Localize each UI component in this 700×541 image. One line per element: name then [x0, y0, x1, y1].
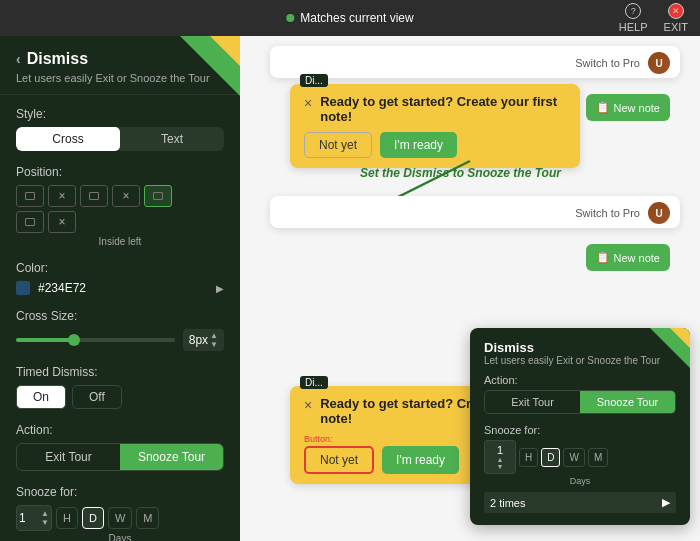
- position-grid: [16, 185, 224, 233]
- help-button[interactable]: ? HELP: [619, 3, 648, 33]
- mini-snooze-input[interactable]: 1 ▲▼: [484, 440, 516, 474]
- exit-icon: ✕: [668, 3, 684, 19]
- timed-off-btn[interactable]: Off: [72, 385, 122, 409]
- cross-size-section: Cross Size: 8px ▲▼: [16, 309, 224, 351]
- mini-snooze-btn[interactable]: Snooze Tour: [580, 391, 675, 413]
- mini-action-pair: Exit Tour Snooze Tour: [484, 390, 676, 414]
- tooltip-close-icon-2[interactable]: ×: [304, 397, 312, 413]
- size-input[interactable]: 8px ▲▼: [183, 329, 224, 351]
- pos-top-right[interactable]: [80, 185, 108, 207]
- exit-button[interactable]: ✕ EXIT: [664, 3, 688, 33]
- timed-toggle: On Off: [16, 385, 224, 409]
- style-section: Style: Cross Text: [16, 107, 224, 151]
- mini-unit-h[interactable]: H: [519, 448, 538, 467]
- preview-card-top: Switch to Pro U Di... × Ready to get sta…: [270, 46, 680, 78]
- pos-top-center[interactable]: [48, 185, 76, 207]
- switch-pro-text-top: Switch to Pro: [575, 57, 640, 69]
- mini-unit-w[interactable]: W: [563, 448, 584, 467]
- snooze-number-input[interactable]: 1 ▲▼: [16, 505, 52, 531]
- tooltip-tag-bottom: Di...: [300, 376, 328, 389]
- preview-card-bottom: Switch to Pro U Di... × Ready to get sta…: [270, 196, 680, 228]
- slider-track[interactable]: [16, 338, 175, 342]
- tooltip-bubble-top: Di... × Ready to get started? Create you…: [290, 84, 580, 168]
- tooltip-close-icon[interactable]: ×: [304, 95, 312, 111]
- size-value: 8px: [189, 333, 208, 347]
- sidebar-panel: ‹ Dismiss Let users easily Exit or Snooz…: [0, 36, 240, 541]
- color-value: #234E72: [38, 281, 86, 295]
- main-content: Switch to Pro U Di... × Ready to get sta…: [240, 36, 700, 541]
- pos-inside-right[interactable]: [16, 211, 44, 233]
- action-label: Action:: [16, 423, 224, 437]
- style-toggle: Cross Text: [16, 127, 224, 151]
- mini-snooze-arrows[interactable]: ▲▼: [487, 456, 513, 470]
- snooze-num-value: 1: [19, 511, 26, 525]
- mini-snooze-label: Snooze for:: [484, 424, 676, 436]
- avatar-bottom: U: [648, 202, 670, 224]
- pos-inside-left[interactable]: [144, 185, 172, 207]
- snooze-for-label: Snooze for:: [16, 485, 224, 499]
- style-text-btn[interactable]: Text: [120, 127, 224, 151]
- position-selected-label: Inside left: [16, 236, 224, 247]
- help-label: HELP: [619, 21, 648, 33]
- status-indicator: Matches current view: [286, 11, 413, 25]
- color-arrow-icon: ▶: [216, 283, 224, 294]
- action-section: Action: Exit Tour Snooze Tour: [16, 423, 224, 471]
- mini-exit-btn[interactable]: Exit Tour: [485, 391, 580, 413]
- annotation-1: Set the Dismiss to Snooze the Tour: [360, 166, 561, 180]
- snooze-arrows[interactable]: ▲▼: [41, 509, 49, 527]
- mini-dismiss-panel: Dismiss Let users easily Exit or Snooze …: [470, 328, 690, 525]
- mini-days-label: Days: [484, 476, 676, 486]
- color-section: Color: #234E72 ▶: [16, 261, 224, 295]
- slider-thumb[interactable]: [68, 334, 80, 346]
- color-label: Color:: [16, 261, 224, 275]
- ready-button-top[interactable]: I'm ready: [380, 132, 457, 158]
- pos-mid-right[interactable]: [48, 211, 76, 233]
- color-swatch: [16, 281, 30, 295]
- snooze-unit-d[interactable]: D: [82, 507, 104, 529]
- mini-panel-sub: Let users easily Exit or Snooze the Tour: [484, 355, 676, 366]
- snooze-unit-h[interactable]: H: [56, 507, 78, 529]
- mini-unit-d[interactable]: D: [541, 448, 560, 467]
- days-label: Days: [16, 533, 224, 541]
- pos-top-left[interactable]: [16, 185, 44, 207]
- action-snooze-btn[interactable]: Snooze Tour: [120, 444, 223, 470]
- slider-row: 8px ▲▼: [16, 329, 224, 351]
- timed-dismiss-section: Timed Dismiss: On Off: [16, 365, 224, 409]
- avatar-top: U: [648, 52, 670, 74]
- not-yet-button-bottom[interactable]: Not yet: [304, 446, 374, 474]
- action-exit-btn[interactable]: Exit Tour: [17, 444, 120, 470]
- new-note-button-top[interactable]: 📋 New note: [586, 94, 670, 121]
- new-note-icon-2: 📋: [596, 251, 610, 264]
- tooltip-text-top: Ready to get started? Create your first …: [320, 94, 566, 124]
- mini-times-value: 2 times: [490, 497, 525, 509]
- position-section: Position: Inside left: [16, 165, 224, 247]
- help-icon: ?: [625, 3, 641, 19]
- color-row[interactable]: #234E72 ▶: [16, 281, 224, 295]
- slider-fill: [16, 338, 72, 342]
- mini-action-label: Action:: [484, 374, 676, 386]
- switch-pro-text-bottom: Switch to Pro: [575, 207, 640, 219]
- timed-on-btn[interactable]: On: [16, 385, 66, 409]
- snooze-section: Snooze for: 1 ▲▼ H D W M Days: [16, 485, 224, 541]
- not-yet-button-top[interactable]: Not yet: [304, 132, 372, 158]
- new-note-button-bottom[interactable]: 📋 New note: [586, 244, 670, 271]
- new-note-label-2: New note: [614, 252, 660, 264]
- size-arrows[interactable]: ▲▼: [210, 331, 218, 349]
- ready-button-bottom[interactable]: I'm ready: [382, 446, 459, 474]
- top-bar: Matches current view ? HELP ✕ EXIT: [0, 0, 700, 36]
- snooze-unit-m[interactable]: M: [136, 507, 159, 529]
- mini-panel-title: Dismiss: [484, 340, 676, 355]
- style-cross-btn[interactable]: Cross: [16, 127, 120, 151]
- new-note-icon: 📋: [596, 101, 610, 114]
- back-arrow-icon: ‹: [16, 51, 21, 67]
- cross-size-label: Cross Size:: [16, 309, 224, 323]
- pos-mid-left[interactable]: [112, 185, 140, 207]
- sidebar-title: Dismiss: [27, 50, 88, 68]
- mini-unit-m[interactable]: M: [588, 448, 608, 467]
- action-pair: Exit Tour Snooze Tour: [16, 443, 224, 471]
- new-note-label: New note: [614, 102, 660, 114]
- snooze-unit-w[interactable]: W: [108, 507, 132, 529]
- mini-snooze-row: 1 ▲▼ H D W M: [484, 440, 676, 474]
- status-dot: [286, 14, 294, 22]
- mini-times-dropdown[interactable]: 2 times ▶: [484, 492, 676, 513]
